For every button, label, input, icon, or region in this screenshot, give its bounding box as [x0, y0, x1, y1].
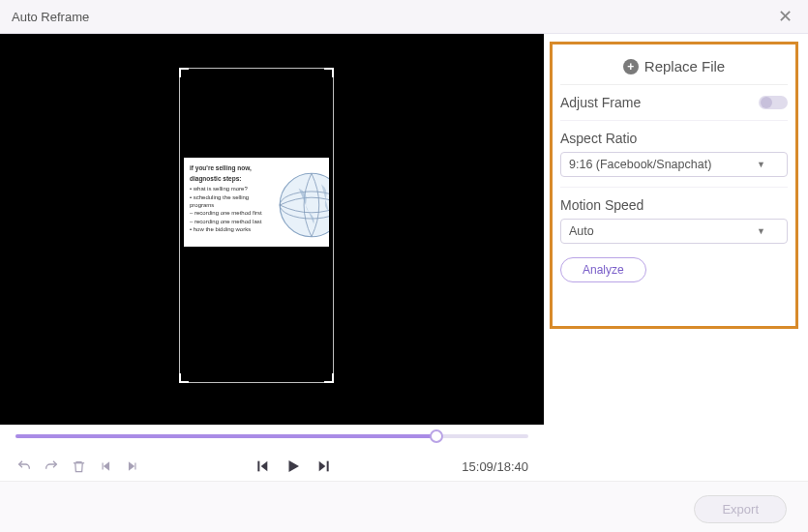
settings-panel: + Replace File Adjust Frame Aspect Ratio… [550, 42, 798, 329]
resize-handle-bl[interactable] [179, 373, 189, 383]
replace-file-label: Replace File [644, 58, 725, 74]
aspect-ratio-value: 9:16 (Facebook/Snapchat) [569, 158, 711, 171]
undo-icon[interactable] [15, 458, 33, 475]
analyze-button[interactable]: Analyze [560, 257, 646, 282]
player-controls: 15:09/18:40 [0, 452, 544, 481]
timecode-display: 15:09/18:40 [445, 459, 528, 474]
main-content: if you're selling now, diagnostic steps:… [0, 34, 808, 481]
aspect-ratio-select[interactable]: 9:16 (Facebook/Snapchat) ▼ [560, 152, 788, 177]
video-frame-content: if you're selling now, diagnostic steps:… [184, 158, 329, 247]
resize-handle-tr[interactable] [324, 68, 334, 77]
prev-frame-icon[interactable] [97, 458, 114, 475]
motion-speed-value: Auto [569, 224, 594, 238]
motion-speed-label: Motion Speed [560, 197, 788, 213]
skip-back-icon[interactable] [254, 458, 271, 475]
resize-handle-tl[interactable] [179, 68, 189, 77]
close-icon[interactable]: ✕ [774, 6, 796, 27]
next-frame-icon[interactable] [124, 458, 141, 475]
play-icon[interactable] [284, 458, 302, 475]
slide-heading-2: diagnostic steps: [190, 174, 267, 183]
redo-icon[interactable] [43, 458, 60, 475]
timeline-scrubber[interactable] [0, 425, 544, 452]
chevron-down-icon: ▼ [757, 226, 765, 236]
globe-illustration [265, 167, 329, 243]
video-preview[interactable]: if you're selling now, diagnostic steps:… [0, 34, 544, 425]
svg-point-0 [280, 173, 329, 237]
plus-circle-icon: + [623, 59, 639, 74]
motion-speed-select[interactable]: Auto ▼ [560, 219, 788, 244]
window-title: Auto Reframe [12, 10, 89, 24]
delete-icon[interactable] [70, 458, 87, 475]
footer-bar: Export [0, 481, 808, 532]
timeline-playhead[interactable] [430, 429, 443, 443]
export-button[interactable]: Export [694, 495, 787, 523]
chevron-down-icon: ▼ [757, 160, 765, 169]
adjust-frame-toggle[interactable] [759, 96, 788, 109]
slide-bullets: • what is selling more? • scheduling the… [190, 185, 267, 233]
skip-forward-icon[interactable] [315, 458, 333, 475]
timeline-progress [15, 434, 436, 438]
resize-handle-br[interactable] [324, 373, 334, 383]
adjust-frame-label: Adjust Frame [560, 95, 641, 110]
aspect-ratio-label: Aspect Ratio [560, 131, 788, 146]
reframe-bounds[interactable]: if you're selling now, diagnostic steps:… [179, 68, 334, 383]
slide-heading-1: if you're selling now, [190, 163, 267, 172]
replace-file-button[interactable]: + Replace File [560, 50, 788, 85]
toggle-thumb [761, 97, 772, 108]
title-bar: Auto Reframe ✕ [0, 0, 808, 34]
svg-rect-4 [257, 461, 259, 472]
settings-column: + Replace File Adjust Frame Aspect Ratio… [544, 34, 808, 481]
preview-column: if you're selling now, diagnostic steps:… [0, 34, 544, 481]
svg-rect-5 [327, 461, 329, 472]
